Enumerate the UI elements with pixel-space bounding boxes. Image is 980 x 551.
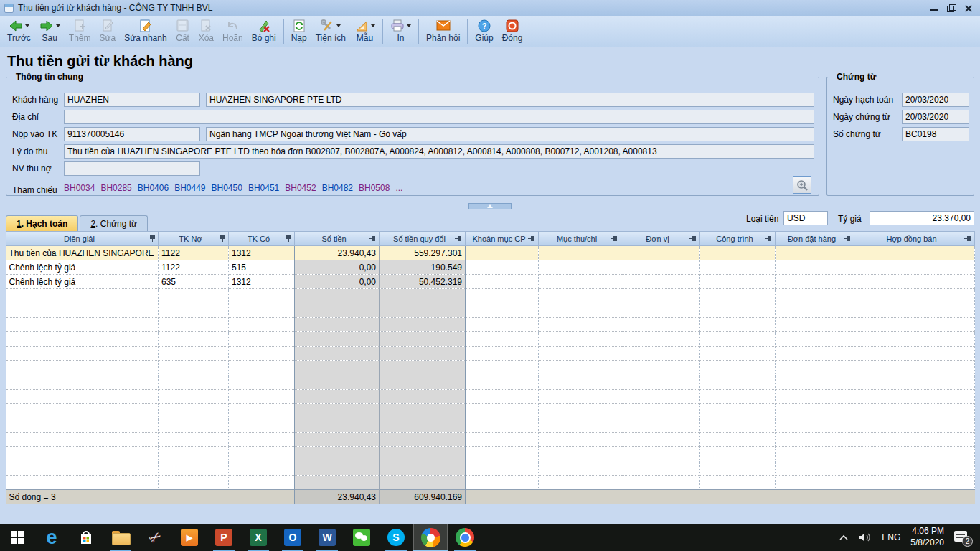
customer-code-input[interactable] (64, 93, 200, 107)
address-input[interactable] (64, 110, 814, 124)
cell-so-tien-quy-doi[interactable]: 50.452.319 (380, 275, 466, 289)
column-header-tk-no[interactable]: TK Nợ (159, 232, 229, 246)
template-button[interactable]: Mẫu (350, 17, 380, 46)
reference-link[interactable]: BH0451 (248, 183, 279, 193)
reference-link[interactable]: BH0449 (174, 183, 205, 193)
zoom-button[interactable] (793, 176, 811, 194)
column-header-tk-co[interactable]: TK Có (229, 232, 295, 246)
bank-name-input[interactable] (206, 127, 814, 141)
column-header-don-vi[interactable]: Đơn vị (621, 232, 700, 246)
taskbar-excel[interactable]: X (241, 524, 275, 551)
customer-name-input[interactable] (206, 93, 814, 107)
chevron-down-icon[interactable] (371, 24, 375, 27)
cell-muc-thu-chi[interactable] (539, 246, 621, 260)
reference-link[interactable]: BH0482 (322, 183, 353, 193)
exchange-rate-input[interactable] (870, 211, 974, 225)
cell-tk-co[interactable]: 1312 (229, 275, 295, 289)
cell-khoan-muc-cp[interactable] (466, 246, 539, 260)
reload-button[interactable]: Nạp (287, 17, 311, 46)
cell-don-dat-hang[interactable] (776, 275, 854, 289)
start-button[interactable] (0, 524, 34, 551)
cell-dien-giai[interactable]: Chênh lệch tỷ giá (6, 260, 159, 275)
column-header-dien-giai[interactable]: Diễn giải (6, 232, 159, 246)
volume-icon[interactable] (859, 532, 872, 542)
document-number-input[interactable] (902, 127, 969, 141)
print-button[interactable]: In (386, 17, 415, 46)
table-row[interactable]: Chênh lệch tỷ giá 635 1312 0,00 50.452.3… (6, 275, 975, 289)
document-date-input[interactable] (902, 110, 969, 124)
column-header-so-tien[interactable]: Số tiền (295, 232, 380, 246)
back-button[interactable]: Trước (3, 17, 35, 46)
reference-link[interactable]: BH0034 (64, 183, 95, 193)
taskbar-file-explorer[interactable] (103, 524, 138, 551)
reference-link[interactable]: BH0508 (359, 183, 390, 193)
pin-icon[interactable] (692, 236, 696, 241)
notification-icon[interactable]: 2 (954, 531, 970, 544)
posting-date-input[interactable] (902, 93, 969, 107)
reason-input[interactable] (64, 144, 814, 159)
pin-icon[interactable] (220, 235, 225, 239)
cell-muc-thu-chi[interactable] (539, 260, 621, 275)
taskbar-word[interactable]: W (310, 524, 344, 551)
cell-dien-giai[interactable]: Chênh lệch tỷ giá (6, 275, 159, 289)
cell-muc-thu-chi[interactable] (539, 275, 621, 289)
cell-don-vi[interactable] (621, 275, 700, 289)
pin-icon[interactable] (372, 236, 375, 241)
chevron-down-icon[interactable] (407, 24, 411, 27)
tab-hach-toan[interactable]: 1. Hạch toán (6, 215, 78, 231)
cell-don-vi[interactable] (621, 246, 700, 260)
table-row[interactable]: Chênh lệch tỷ giá 1122 515 0,00 190.549 (6, 260, 975, 275)
forward-button[interactable]: Sau (35, 17, 65, 46)
restore-icon[interactable] (947, 4, 956, 12)
cell-cong-trinh[interactable] (700, 260, 776, 275)
taskbar-outlook[interactable]: O (275, 524, 310, 551)
cell-don-dat-hang[interactable] (776, 260, 854, 275)
cell-tk-co[interactable]: 1312 (229, 246, 295, 260)
reference-link[interactable]: BH0450 (212, 183, 242, 193)
utilities-button[interactable]: Tiện ích (311, 17, 350, 46)
reference-link[interactable]: BH0285 (100, 183, 131, 193)
close-icon[interactable] (964, 4, 973, 12)
cell-cong-trinh[interactable] (700, 275, 776, 289)
cell-so-tien[interactable]: 0,00 (295, 260, 380, 275)
pin-icon[interactable] (967, 236, 971, 241)
collapse-panel-button[interactable] (468, 203, 512, 209)
cell-so-tien[interactable]: 23.940,43 (295, 246, 380, 260)
cell-hop-dong-ban[interactable] (854, 275, 975, 289)
taskbar-media-player[interactable]: ▶ (172, 524, 207, 551)
table-row[interactable]: Thu tiền của HUAZHEN SINGAPORE 1122 1312… (6, 246, 975, 260)
cell-don-vi[interactable] (621, 260, 700, 275)
cell-dien-giai[interactable]: Thu tiền của HUAZHEN SINGAPORE (6, 246, 159, 260)
taskbar-snipping-tool[interactable]: ✂ (138, 524, 172, 551)
cell-cong-trinh[interactable] (700, 246, 776, 260)
cell-tk-no[interactable]: 635 (159, 275, 229, 289)
pin-icon[interactable] (613, 236, 617, 241)
cell-tk-no[interactable]: 1122 (159, 260, 229, 275)
column-header-hop-dong-ban[interactable]: Hợp đồng bán (854, 232, 975, 246)
taskbar-store[interactable] (69, 524, 103, 551)
taskbar-skype[interactable]: S (379, 524, 413, 551)
unpost-button[interactable]: Bỏ ghi (248, 17, 281, 46)
cell-so-tien-quy-doi[interactable]: 559.297.301 (380, 246, 466, 260)
taskbar-wechat[interactable] (344, 524, 379, 551)
cell-khoan-muc-cp[interactable] (466, 275, 539, 289)
cell-don-dat-hang[interactable] (776, 246, 854, 260)
taskbar-coccoc[interactable] (413, 524, 448, 551)
cell-khoan-muc-cp[interactable] (466, 260, 539, 275)
currency-input[interactable] (783, 211, 828, 225)
close-window-button[interactable]: Đóng (498, 17, 527, 46)
column-header-khoan-muc-cp[interactable]: Khoản mục CP (466, 232, 539, 246)
chevron-up-icon[interactable] (839, 534, 849, 541)
taskbar-powerpoint[interactable]: P (207, 524, 241, 551)
column-header-cong-trinh[interactable]: Công trình (700, 232, 776, 246)
reference-link[interactable]: BH0406 (138, 183, 169, 193)
taskbar-edge[interactable]: e (34, 524, 69, 551)
pin-icon[interactable] (768, 236, 771, 241)
feedback-button[interactable]: Phản hồi (422, 17, 464, 46)
chevron-down-icon[interactable] (56, 24, 60, 27)
reference-more-link[interactable]: ... (395, 183, 402, 193)
cell-so-tien-quy-doi[interactable]: 190.549 (380, 260, 466, 275)
tab-chung-tu[interactable]: 2. Chứng từ (80, 215, 148, 231)
clock[interactable]: 4:06 PM 5/8/2020 (910, 526, 944, 548)
column-header-don-dat-hang[interactable]: Đơn đặt hàng (776, 232, 854, 246)
